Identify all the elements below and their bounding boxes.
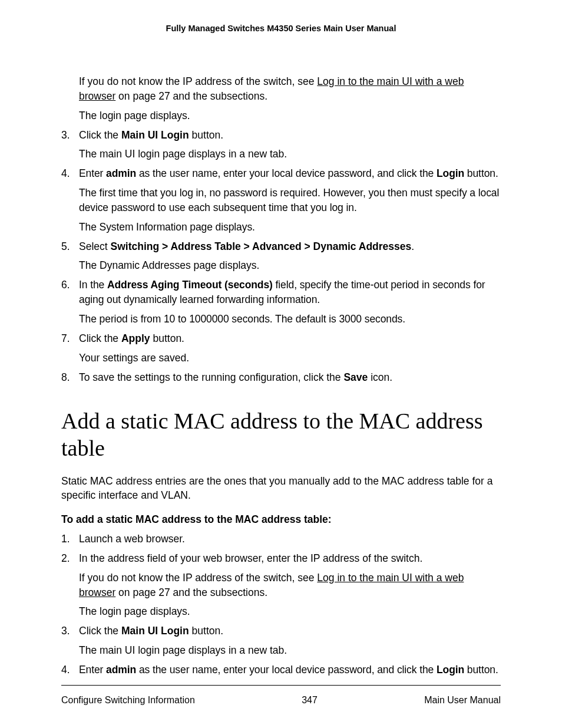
text: button. xyxy=(150,332,184,344)
step-8: 8. To save the settings to the running c… xyxy=(61,370,501,385)
intro-paragraph-2: The login page displays. xyxy=(79,108,501,123)
section-subhead: To add a static MAC address to the MAC a… xyxy=(61,512,501,527)
step-number: 3. xyxy=(61,128,79,162)
step-number: 6. xyxy=(61,278,79,327)
footer-page-number: 347 xyxy=(302,695,318,706)
text: icon. xyxy=(368,371,392,383)
text: Enter xyxy=(79,664,106,676)
step-7: 7. Click the Apply button. Your settings… xyxy=(61,331,501,365)
bold-login: Login xyxy=(437,664,464,676)
text: on page 27 and the subsections. xyxy=(115,587,267,598)
text: Enter xyxy=(79,167,106,179)
text: In the address field of your web browser… xyxy=(79,552,422,564)
step-7-tail: Your settings are saved. xyxy=(79,351,501,365)
text: button. xyxy=(464,167,498,179)
bold-main-ui-login: Main UI Login xyxy=(121,625,189,637)
text: If you do not know the IP address of the… xyxy=(79,572,317,584)
text: button. xyxy=(189,625,223,637)
bold-admin: admin xyxy=(106,664,136,676)
text: Click the xyxy=(79,332,121,344)
step-number: 2. xyxy=(61,551,79,619)
step-number: 5. xyxy=(61,239,79,274)
section-intro: Static MAC address entries are the ones … xyxy=(61,474,501,503)
text: as the user name, enter your local devic… xyxy=(136,167,437,179)
step-6-tail: The period is from 10 to 1000000 seconds… xyxy=(79,312,501,327)
step-number: 1. xyxy=(61,532,79,546)
bold-main-ui-login: Main UI Login xyxy=(121,129,189,141)
step-5: 5. Select Switching > Address Table > Ad… xyxy=(61,239,501,274)
step-number: 8. xyxy=(61,370,79,385)
text: To save the settings to the running conf… xyxy=(79,371,343,383)
text: button. xyxy=(464,664,498,676)
step-number: 4. xyxy=(61,166,79,234)
page-header-title: Fully Managed Switches M4350 Series Main… xyxy=(61,24,501,33)
bold-save: Save xyxy=(343,371,368,383)
section-heading-add-static-mac: Add a static MAC address to the MAC addr… xyxy=(61,408,501,462)
text: If you do not know the IP address of the… xyxy=(79,75,317,87)
text: Click the xyxy=(79,129,121,141)
bold-login: Login xyxy=(437,167,464,179)
footer-right: Main User Manual xyxy=(424,695,501,706)
step-4-tail-2: The System Information page displays. xyxy=(79,220,501,235)
s2-step-3-tail: The main UI login page displays in a new… xyxy=(79,643,501,658)
step-3-tail: The main UI login page displays in a new… xyxy=(79,147,501,162)
footer-rule xyxy=(61,685,501,686)
text: . xyxy=(411,241,414,252)
intro-paragraph-1: If you do not know the IP address of the… xyxy=(79,74,501,104)
s2-step-1: 1. Launch a web browser. xyxy=(61,532,501,546)
text: Launch a web browser. xyxy=(79,532,501,546)
step-4-tail-1: The first time that you log in, no passw… xyxy=(79,186,501,215)
step-number: 3. xyxy=(61,624,79,658)
step-3: 3. Click the Main UI Login button. The m… xyxy=(61,128,501,162)
s2-step-3: 3. Click the Main UI Login button. The m… xyxy=(61,624,501,658)
s2-step-2-tail2: The login page displays. xyxy=(79,604,501,619)
page-footer: Configure Switching Information 347 Main… xyxy=(61,685,501,706)
bold-admin: admin xyxy=(106,167,136,179)
s2-step-2-tail1: If you do not know the IP address of the… xyxy=(79,571,501,600)
text: as the user name, enter your local devic… xyxy=(136,664,437,676)
step-5-tail: The Dynamic Addresses page displays. xyxy=(79,258,501,273)
footer-left: Configure Switching Information xyxy=(61,695,195,706)
s2-step-4: 4. Enter admin as the user name, enter y… xyxy=(61,663,501,677)
bold-nav-path: Switching > Address Table > Advanced > D… xyxy=(111,241,412,252)
step-number: 4. xyxy=(61,663,79,677)
text: In the xyxy=(79,279,107,291)
text: on page 27 and the subsections. xyxy=(115,90,267,102)
step-4: 4. Enter admin as the user name, enter y… xyxy=(61,166,501,234)
step-6: 6. In the Address Aging Timeout (seconds… xyxy=(61,278,501,327)
text: Select xyxy=(79,241,111,252)
step-number: 7. xyxy=(61,331,79,365)
text: button. xyxy=(189,129,223,141)
bold-apply: Apply xyxy=(121,332,150,344)
bold-address-aging-timeout: Address Aging Timeout (seconds) xyxy=(107,279,273,291)
text: Click the xyxy=(79,625,121,637)
s2-step-2: 2. In the address field of your web brow… xyxy=(61,551,501,619)
